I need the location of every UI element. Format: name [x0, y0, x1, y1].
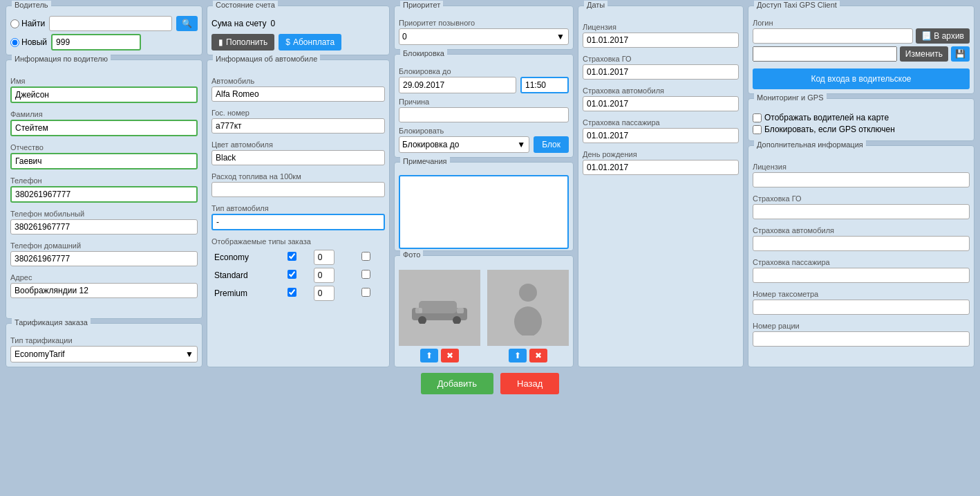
new-driver-input[interactable] [51, 34, 141, 50]
premium-checkbox2[interactable] [361, 288, 370, 297]
photo-title: Фото [400, 250, 423, 259]
phone-input[interactable] [10, 186, 198, 203]
car-type-label: Тип автомобиля [211, 204, 385, 212]
premium-checkbox[interactable] [288, 288, 296, 297]
add-button[interactable]: Добавить [421, 373, 493, 394]
back-button[interactable]: Назад [500, 373, 559, 394]
block-type-select[interactable]: Блокировка до Навсегда Разблокировать [399, 136, 529, 153]
add-pass-ins-input[interactable] [753, 268, 970, 283]
car-type-input[interactable] [211, 214, 385, 230]
login-input[interactable] [753, 28, 913, 44]
add-license-label: Лицензия [753, 163, 970, 171]
color-input[interactable] [211, 150, 385, 165]
save-button[interactable]: 💾 [951, 46, 970, 62]
find-radio-label[interactable]: Найти [10, 19, 45, 28]
replenish-button[interactable]: ▮ Пополнить [211, 34, 274, 50]
address-label: Адрес [10, 273, 198, 282]
svg-rect-4 [415, 308, 422, 313]
mobile-label: Телефон мобильный [10, 210, 198, 218]
surname-input[interactable] [10, 120, 198, 136]
person-photo-upload-button[interactable]: ⬆ [509, 349, 527, 362]
notes-title: Примечания [400, 157, 450, 165]
home-input[interactable] [10, 251, 198, 266]
radio-input[interactable] [753, 331, 970, 347]
tarif-type-label: Тип тарификации [10, 336, 198, 345]
blocking-title: Блокировка [400, 49, 447, 57]
standard-checkbox2[interactable] [361, 270, 370, 279]
patronymic-input[interactable] [10, 153, 198, 169]
economy-checkbox2[interactable] [361, 252, 370, 261]
search-button[interactable]: 🔍 [176, 16, 198, 31]
card-icon: ▮ [218, 37, 223, 47]
car-photo-delete-button[interactable]: ✖ [441, 349, 459, 362]
priority-select[interactable]: 012345 [399, 28, 569, 45]
block-date-input[interactable] [399, 77, 516, 93]
block-control-label: Блокировать [399, 127, 569, 135]
go-date-label: Страховка ГО [583, 55, 739, 63]
mobile-input[interactable] [10, 219, 198, 235]
car-photo-upload-button[interactable]: ⬆ [420, 349, 438, 362]
driver-panel: Водитель Найти 🔍 Новый [6, 6, 202, 55]
archive-button[interactable]: 📃 В архив [916, 28, 970, 44]
pass-ins-date-input[interactable] [583, 128, 739, 143]
order-types-table: Economy Standard Premium [211, 248, 385, 302]
add-go-input[interactable] [753, 204, 970, 219]
new-radio-label[interactable]: Новый [10, 37, 47, 47]
birthday-input[interactable] [583, 160, 739, 175]
tarif-select[interactable]: EconomyTarif StandardTarif PremiumTarif [10, 346, 198, 362]
reason-input[interactable] [399, 107, 569, 122]
standard-checkbox[interactable] [288, 270, 296, 279]
table-row: Premium [211, 284, 385, 302]
fuel-label: Расход топлива на 100км [211, 172, 385, 181]
car-ins-date-input[interactable] [583, 96, 739, 111]
premium-label: Premium [211, 284, 285, 302]
person-photo-delete-button[interactable]: ✖ [529, 349, 547, 362]
code-button[interactable]: Код входа в водительское [753, 68, 970, 89]
show-on-map-checkbox[interactable] [753, 113, 762, 122]
car-ins-date-label: Страховка автомобиля [583, 86, 739, 95]
home-label: Телефон домашний [10, 241, 198, 250]
add-license-input[interactable] [753, 172, 970, 187]
abonement-button[interactable]: $ Абонплата [279, 34, 341, 50]
taximeter-input[interactable] [753, 300, 970, 315]
driver-info-panel: Информация по водителю Имя Фамилия Отчес… [6, 59, 202, 319]
economy-count[interactable] [314, 250, 334, 265]
add-car-ins-label: Страховка автомобиля [753, 226, 970, 235]
color-label: Цвет автомобиля [211, 140, 385, 149]
notes-textarea[interactable] [399, 175, 569, 249]
address-input[interactable] [10, 283, 198, 298]
birthday-label: День рождения [583, 150, 739, 158]
add-go-label: Страховка ГО [753, 194, 970, 203]
login-label: Логин [753, 19, 970, 27]
plate-input[interactable] [211, 118, 385, 134]
block-gps-checkbox[interactable] [753, 125, 762, 134]
car-input[interactable] [211, 86, 385, 102]
name-input[interactable] [10, 86, 198, 103]
blok-button[interactable]: Блок [534, 136, 569, 153]
license-date-input[interactable] [583, 33, 739, 48]
add-car-ins-input[interactable] [753, 236, 970, 251]
standard-count[interactable] [314, 268, 334, 283]
economy-label: Economy [211, 248, 285, 266]
find-radio[interactable] [10, 19, 19, 28]
add-pass-ins-label: Страховка пассажира [753, 258, 970, 266]
new-radio[interactable] [10, 38, 19, 47]
car-info-title: Информация об автомобиле [213, 55, 320, 63]
go-date-input[interactable] [583, 64, 739, 80]
block-time-input[interactable] [520, 77, 569, 93]
sum-label: Сума на счету [211, 19, 266, 28]
priority-label: Приоритет позывного [399, 19, 569, 27]
pass-ins-date-label: Страховка пассажира [583, 118, 739, 127]
driver-panel-title: Водитель [12, 1, 51, 9]
fuel-input[interactable] [211, 182, 385, 197]
archive-icon: 📃 [921, 31, 932, 41]
taxi-gps-title: Доступ Taxi GPS Client [754, 1, 840, 9]
premium-count[interactable] [314, 286, 334, 301]
change-button[interactable]: Изменить [900, 46, 948, 62]
password-input[interactable] [753, 46, 897, 62]
car-photo-box: ⬆ ✖ [399, 270, 480, 362]
monitoring-panel: Мониторинг и GPS Отображать водителей на… [748, 98, 974, 141]
find-input[interactable] [49, 16, 172, 31]
priority-title: Приоритет [400, 1, 443, 9]
economy-checkbox[interactable] [288, 252, 296, 261]
